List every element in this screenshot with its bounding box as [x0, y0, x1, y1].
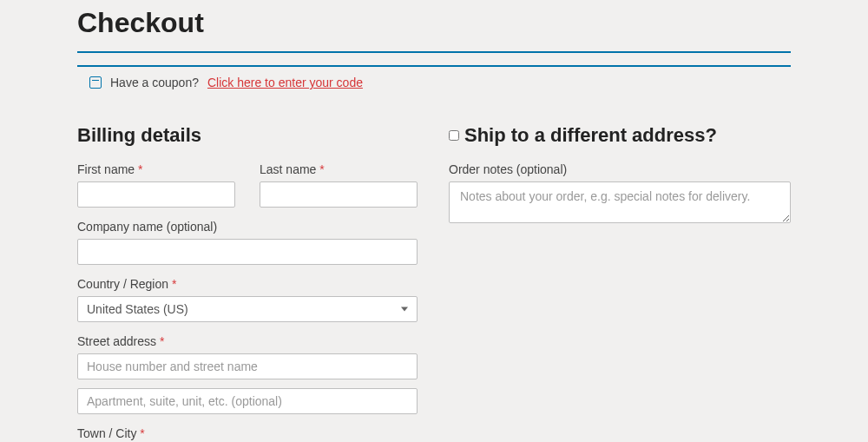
coupon-link[interactable]: Click here to enter your code	[207, 76, 363, 89]
first-name-label-text: First name	[77, 162, 135, 176]
first-name-label: First name *	[77, 162, 235, 176]
country-select[interactable]: United States (US)	[77, 296, 418, 322]
ship-different-checkbox[interactable]	[449, 130, 459, 141]
city-label: Town / City *	[77, 426, 418, 440]
page-title: Checkout	[77, 7, 791, 53]
street-label: Street address *	[77, 334, 418, 348]
coupon-prompt: Have a coupon?	[110, 76, 199, 89]
last-name-label-text: Last name	[260, 162, 316, 176]
required-marker: *	[160, 334, 164, 348]
ship-different-heading[interactable]: Ship to a different address?	[464, 124, 717, 147]
country-label-text: Country / Region	[77, 277, 168, 291]
billing-heading: Billing details	[77, 124, 418, 147]
coupon-notice: Have a coupon? Click here to enter your …	[77, 65, 791, 98]
street-label-text: Street address	[77, 334, 156, 348]
required-marker: *	[138, 162, 142, 176]
first-name-input[interactable]	[77, 181, 235, 208]
street-address-1-input[interactable]	[77, 353, 418, 379]
country-label: Country / Region *	[77, 277, 418, 291]
required-marker: *	[172, 277, 176, 291]
street-address-2-input[interactable]	[77, 388, 418, 414]
required-marker: *	[319, 162, 324, 176]
required-marker: *	[140, 426, 144, 440]
company-label: Company name (optional)	[77, 220, 418, 234]
coupon-icon	[89, 76, 102, 89]
last-name-input[interactable]	[260, 181, 418, 208]
country-select-value: United States (US)	[87, 302, 188, 316]
last-name-label: Last name *	[260, 162, 418, 176]
company-input[interactable]	[77, 239, 418, 265]
order-notes-label: Order notes (optional)	[449, 162, 791, 176]
order-notes-input[interactable]	[449, 181, 791, 223]
city-label-text: Town / City	[77, 426, 136, 440]
